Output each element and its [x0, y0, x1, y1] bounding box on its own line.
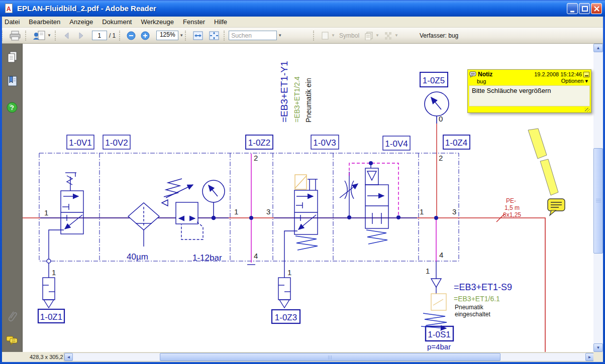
- note-options-button[interactable]: Optionen ▾: [561, 78, 588, 84]
- bookmarks-panel-button[interactable]: [6, 75, 19, 88]
- zoom-out-button[interactable]: [124, 29, 138, 42]
- tag-1-0V4[interactable]: 1-0V4: [385, 139, 408, 149]
- note-icon: [469, 71, 476, 77]
- filter-size-text: 40µm: [127, 252, 148, 262]
- toolbar-grip[interactable]: [25, 31, 29, 41]
- pages-icon: [6, 51, 18, 64]
- toolbar-grip[interactable]: [119, 31, 123, 41]
- component-tags: 1-0V1 1-0V2 1-0Z2 1-0V3 1-0V4 1-0Z4 1-0Z…: [38, 72, 470, 341]
- svg-text:3: 3: [452, 207, 456, 216]
- fit-width-button[interactable]: [190, 29, 206, 42]
- collaborate-icon: [32, 30, 46, 41]
- horizontal-scrollbar[interactable]: ◄ ►: [64, 352, 594, 361]
- pencil-annotation[interactable]: [528, 129, 558, 195]
- menu-anzeige[interactable]: Anzeige: [65, 17, 97, 27]
- search-input[interactable]: [229, 31, 277, 40]
- attachments-panel-button[interactable]: [6, 311, 19, 324]
- tag-1-0Z1[interactable]: 1-0Z1: [40, 312, 62, 322]
- menu-dokument[interactable]: Dokument: [97, 17, 136, 27]
- next-page-button[interactable]: [74, 29, 88, 42]
- vertical-scrollbar[interactable]: ▲ ▼: [593, 44, 603, 352]
- toolbar-grip[interactable]: [55, 31, 58, 41]
- page-number-input[interactable]: [92, 31, 107, 40]
- tag-1-0Z2[interactable]: 1-0Z2: [248, 138, 270, 148]
- y1-function-text: Pneumatik ein: [305, 78, 313, 123]
- filter-1-0V2: [128, 203, 159, 247]
- menu-fenster[interactable]: Fenster: [178, 17, 210, 27]
- sticky-note-popup[interactable]: Notiz 19.2.2008 15:12:46 bug Optionen ▾ …: [467, 69, 591, 113]
- author-label: Verfasser: bug: [420, 32, 458, 39]
- menu-hilfe[interactable]: Hilfe: [210, 17, 232, 27]
- tag-1-0V2[interactable]: 1-0V2: [105, 138, 128, 148]
- minimize-button[interactable]: [567, 3, 578, 14]
- menu-datei[interactable]: Datei: [0, 17, 24, 27]
- note-annotation-icon[interactable]: [548, 199, 565, 215]
- resize-corner[interactable]: [593, 352, 603, 362]
- note-body-text[interactable]: Bitte Schläuche vergrößern: [469, 85, 590, 106]
- toolbar-grip[interactable]: [224, 31, 227, 41]
- svg-text:2: 2: [439, 154, 443, 162]
- svg-text:1: 1: [52, 268, 56, 277]
- pressure-switch-1-0S1: [421, 279, 447, 328]
- scroll-right-button[interactable]: ►: [585, 353, 594, 361]
- print-button[interactable]: [7, 29, 24, 42]
- tag-1-0V3[interactable]: 1-0V3: [313, 138, 336, 148]
- vertical-scroll-thumb[interactable]: [593, 148, 603, 254]
- tag-1-0S1[interactable]: 1-0S1: [428, 330, 450, 339]
- close-button[interactable]: [591, 3, 602, 14]
- diagram-texts: 40µm 1-12bar p=4bar =EB3+ET1-S9 =EB3+ET1…: [127, 252, 512, 351]
- zoom-level-input[interactable]: 125%: [156, 31, 178, 40]
- horizontal-scroll-thumb[interactable]: [160, 353, 500, 361]
- zoom-in-button[interactable]: [138, 29, 152, 42]
- svg-text:1: 1: [426, 267, 430, 275]
- svg-text:1: 1: [287, 268, 291, 277]
- tag-1-0Z3[interactable]: 1-0Z3: [275, 313, 297, 322]
- menubar: Datei Bearbeiten Anzeige Dokument Werkze…: [0, 17, 605, 28]
- zoom-in-icon: [140, 31, 150, 41]
- next-page-icon: [76, 31, 86, 40]
- menu-bearbeiten[interactable]: Bearbeiten: [24, 17, 65, 27]
- scroll-up-button[interactable]: ▲: [593, 44, 603, 52]
- pressure-regulator: [162, 179, 203, 239]
- pages-panel-button[interactable]: [6, 51, 19, 64]
- note-minimize-button[interactable]: [583, 72, 589, 77]
- svg-text:2: 2: [254, 154, 258, 162]
- previous-page-button[interactable]: [60, 29, 74, 42]
- svg-text:3: 3: [266, 207, 270, 216]
- scroll-down-button[interactable]: ▼: [593, 343, 603, 352]
- pressure-range-text: 1-12bar: [192, 253, 222, 263]
- toolbar-grip[interactable]: [185, 31, 188, 41]
- gauge-regulator: [203, 180, 225, 220]
- tag-1-0Z5[interactable]: 1-0Z5: [423, 76, 445, 85]
- scroll-left-button[interactable]: ◄: [64, 353, 73, 361]
- pages-tool-button: ▼: [361, 29, 381, 42]
- collaborate-button[interactable]: ▼: [30, 29, 53, 42]
- silencer-1-0Z3: [278, 278, 290, 308]
- window-title: EPLAN-Fluidbild_2.pdf - Adobe Reader: [17, 4, 567, 13]
- tag-1-0Z4[interactable]: 1-0Z4: [445, 138, 467, 148]
- note-timestamp: 19.2.2008 15:12:46: [534, 71, 582, 77]
- toolbar-grip[interactable]: [2, 31, 5, 41]
- comments-panel-button[interactable]: [6, 334, 19, 347]
- window-border-bottom: [0, 362, 605, 364]
- toolbar-grip[interactable]: [313, 31, 317, 41]
- svg-text:1: 1: [234, 207, 238, 216]
- search-dropdown-icon[interactable]: ▼: [278, 33, 282, 38]
- pages-tool-icon: [363, 31, 374, 40]
- note-resize-handle[interactable]: [585, 108, 590, 112]
- help-button[interactable]: ?: [6, 101, 19, 114]
- svg-text:PE-: PE-: [506, 197, 516, 204]
- zoom-dropdown-icon[interactable]: ▼: [179, 33, 183, 38]
- note-header[interactable]: Notiz 19.2.2008 15:12:46: [468, 70, 591, 78]
- pattern-tool-icon: [383, 31, 393, 40]
- section-frame: [39, 153, 459, 261]
- svg-text:1: 1: [420, 207, 424, 216]
- fit-page-button[interactable]: [206, 29, 222, 42]
- fit-page-icon: [208, 31, 220, 41]
- maximize-button[interactable]: [579, 3, 590, 14]
- window-border-right: [603, 17, 605, 364]
- valve-1-0V3: [284, 175, 318, 278]
- titlebar[interactable]: A EPLAN-Fluidbild_2.pdf - Adobe Reader: [0, 0, 605, 17]
- menu-werkzeuge[interactable]: Werkzeuge: [136, 17, 178, 27]
- tag-1-0V1[interactable]: 1-0V1: [69, 138, 91, 148]
